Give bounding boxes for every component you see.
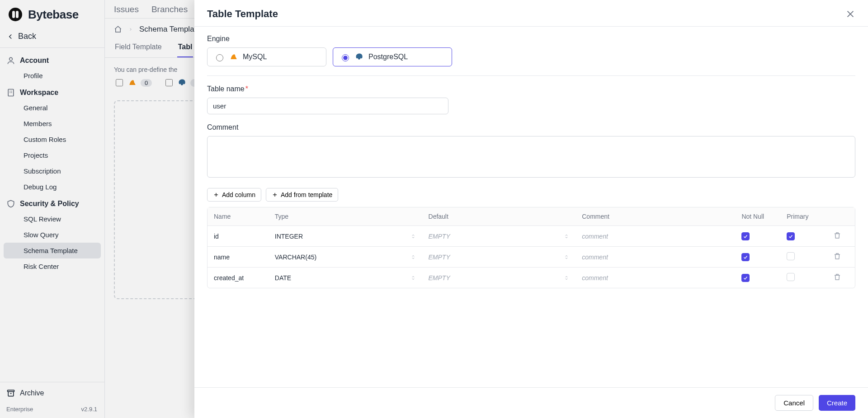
table-template-drawer: Table Template Engine MySQL PostgreSQL T…	[194, 0, 868, 418]
delete-row-button[interactable]	[833, 275, 841, 282]
engine-option-mysql-label: MySQL	[243, 53, 267, 61]
create-button[interactable]: Create	[819, 395, 855, 411]
sort-icon[interactable]	[564, 254, 569, 260]
table-name-label-text: Table name	[207, 85, 245, 93]
th-type: Type	[269, 207, 422, 226]
cell-actions	[827, 226, 855, 247]
cell-name[interactable]: name	[208, 247, 269, 268]
engine-option-postgres-label: PostgreSQL	[368, 53, 408, 61]
columns-table: Name Type Default Comment Not Null Prima…	[207, 207, 855, 288]
add-column-label: Add column	[222, 191, 255, 198]
notnull-checkbox[interactable]	[741, 232, 750, 240]
th-name: Name	[208, 207, 269, 226]
cell-primary	[780, 268, 827, 288]
drawer-close-button[interactable]	[845, 9, 855, 19]
plus-icon	[272, 192, 278, 198]
check-icon	[788, 234, 793, 239]
engine-options: MySQL PostgreSQL	[207, 47, 855, 66]
cell-actions	[827, 268, 855, 288]
trash-icon	[833, 252, 841, 260]
sort-icon[interactable]	[410, 254, 416, 260]
cell-notnull	[735, 226, 780, 247]
sort-icon[interactable]	[410, 233, 416, 240]
comment-label: Comment	[207, 123, 855, 132]
mysql-icon	[229, 52, 238, 61]
sort-icon[interactable]	[564, 275, 569, 281]
delete-row-button[interactable]	[833, 234, 841, 241]
table-name-field: Table name*	[207, 85, 855, 114]
cell-default[interactable]: EMPTY	[422, 268, 576, 288]
th-comment: Comment	[576, 207, 735, 226]
columns-table-body: idINTEGEREMPTYcommentnameVARCHAR(45)EMPT…	[208, 226, 855, 288]
sort-icon[interactable]	[564, 233, 569, 240]
plus-icon	[213, 192, 219, 198]
primary-checkbox[interactable]	[787, 232, 795, 240]
primary-checkbox[interactable]	[787, 273, 795, 281]
engine-radio-mysql[interactable]	[216, 54, 223, 61]
trash-icon	[833, 273, 841, 281]
cell-type[interactable]: DATE	[269, 268, 422, 288]
comment-field: Comment	[207, 123, 855, 179]
primary-checkbox[interactable]	[787, 252, 795, 260]
cell-comment[interactable]: comment	[576, 268, 735, 288]
delete-row-button[interactable]	[833, 254, 841, 262]
column-row: created_atDATEEMPTYcomment	[208, 268, 855, 288]
check-icon	[743, 234, 748, 239]
add-column-button[interactable]: Add column	[207, 188, 261, 202]
table-name-input[interactable]	[207, 98, 448, 114]
drawer-title: Table Template	[207, 8, 278, 20]
column-row: idINTEGEREMPTYcomment	[208, 226, 855, 247]
columns-table-head: Name Type Default Comment Not Null Prima…	[208, 207, 855, 226]
cell-type[interactable]: VARCHAR(45)	[269, 247, 422, 268]
add-from-template-button[interactable]: Add from template	[266, 188, 338, 202]
cell-name[interactable]: created_at	[208, 268, 269, 288]
cell-default[interactable]: EMPTY	[422, 226, 576, 247]
engine-radio-postgres[interactable]	[342, 54, 349, 61]
engine-option-postgres[interactable]: PostgreSQL	[333, 47, 452, 66]
th-primary: Primary	[780, 207, 827, 226]
check-icon	[743, 275, 748, 281]
required-asterisk: *	[245, 85, 248, 93]
notnull-checkbox[interactable]	[741, 274, 750, 282]
cell-primary	[780, 226, 827, 247]
th-actions	[827, 207, 855, 226]
sort-icon[interactable]	[410, 275, 416, 281]
section-divider	[207, 75, 855, 76]
column-actions: Add column Add from template	[207, 188, 855, 202]
cell-type[interactable]: INTEGER	[269, 226, 422, 247]
table-name-label: Table name*	[207, 85, 855, 93]
trash-icon	[833, 231, 841, 240]
drawer-footer: Cancel Create	[194, 387, 868, 418]
cell-notnull	[735, 268, 780, 288]
column-row: nameVARCHAR(45)EMPTYcomment	[208, 247, 855, 268]
th-default: Default	[422, 207, 576, 226]
add-from-template-label: Add from template	[281, 191, 332, 198]
check-icon	[743, 254, 748, 260]
cell-comment[interactable]: comment	[576, 247, 735, 268]
cell-name[interactable]: id	[208, 226, 269, 247]
drawer-body: Engine MySQL PostgreSQL Table name* Comm…	[194, 27, 868, 387]
engine-label: Engine	[207, 35, 855, 43]
drawer-header: Table Template	[194, 0, 868, 27]
comment-input[interactable]	[207, 136, 855, 178]
postgres-icon	[355, 52, 364, 61]
cell-notnull	[735, 247, 780, 268]
cell-default[interactable]: EMPTY	[422, 247, 576, 268]
notnull-checkbox[interactable]	[741, 253, 750, 261]
cell-actions	[827, 247, 855, 268]
close-icon	[845, 9, 855, 19]
cell-primary	[780, 247, 827, 268]
cell-comment[interactable]: comment	[576, 226, 735, 247]
th-notnull: Not Null	[735, 207, 780, 226]
cancel-button[interactable]: Cancel	[775, 395, 813, 411]
engine-option-mysql[interactable]: MySQL	[207, 47, 326, 66]
